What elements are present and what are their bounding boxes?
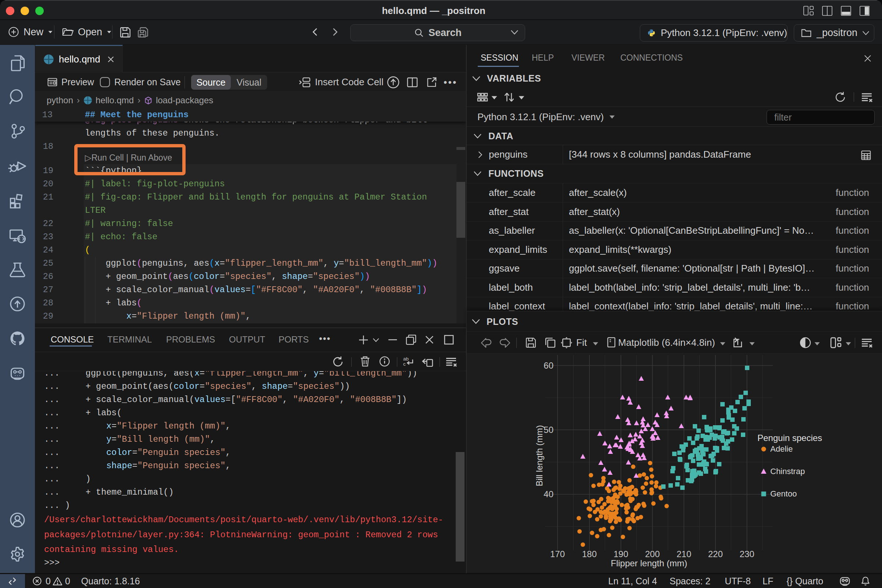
svg-text:Flipper length (mm): Flipper length (mm) (611, 558, 687, 568)
svg-text:Penguin species: Penguin species (758, 433, 822, 443)
svg-text:Chinstrap: Chinstrap (770, 467, 805, 476)
svg-text:c: c (403, 361, 406, 367)
svg-text:40: 40 (543, 489, 554, 499)
svg-text:60: 60 (543, 360, 554, 370)
svg-text:180: 180 (582, 549, 597, 559)
svg-text:210: 210 (676, 549, 691, 559)
svg-text:Gentoo: Gentoo (770, 489, 797, 498)
svg-text:230: 230 (740, 549, 754, 559)
svg-text:190: 190 (614, 549, 628, 559)
svg-text:50: 50 (543, 425, 554, 435)
svg-text:200: 200 (645, 549, 660, 559)
svg-text:Bill length (mm): Bill length (mm) (534, 425, 544, 487)
svg-text:220: 220 (708, 549, 723, 559)
svg-text:170: 170 (550, 549, 565, 559)
svg-text:Adelie: Adelie (770, 444, 793, 453)
